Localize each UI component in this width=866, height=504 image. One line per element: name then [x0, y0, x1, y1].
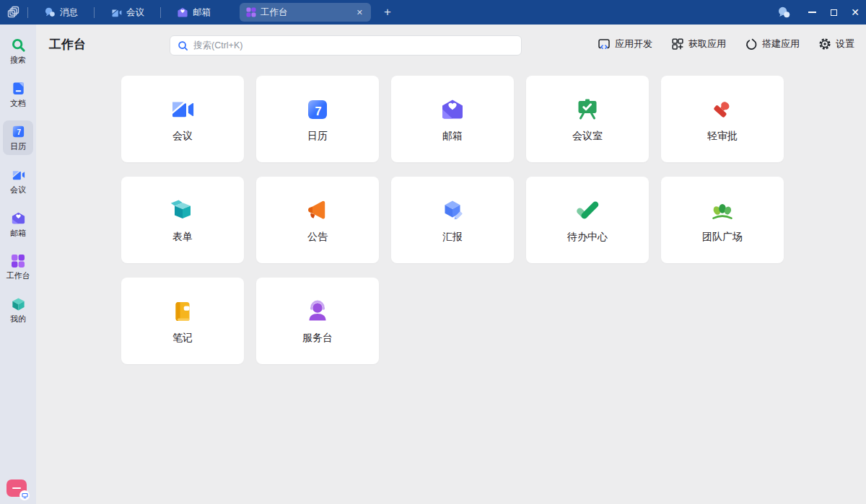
header-actions: 应用开发 获取应用 搭: [598, 37, 854, 50]
sidebar-item-label: 我的: [10, 314, 26, 324]
app-card-todo-center[interactable]: 待办中心: [526, 177, 649, 263]
search-input[interactable]: [193, 40, 514, 50]
settings-gear-icon: [818, 37, 831, 50]
notebook-icon: [168, 296, 197, 327]
sidebar-item-calendar[interactable]: 7 日历: [3, 120, 33, 155]
workbench-main: 工作台 应用开发: [36, 25, 866, 504]
sidebar: 搜索 文档 7 日历: [0, 25, 36, 504]
tab-label: 工作台: [261, 6, 288, 19]
app-card-label: 团队广场: [702, 231, 743, 244]
app-grid: 会议 7 日历: [121, 76, 784, 364]
app-card-label: 汇报: [442, 231, 463, 244]
minimize-icon: [808, 12, 816, 13]
get-apps-grid-plus-icon: [671, 37, 684, 50]
calendar-7-icon: 7: [303, 94, 332, 125]
sidebar-item-label: 日历: [10, 141, 26, 152]
settings-button[interactable]: 设置: [818, 37, 854, 50]
app-card-label: 会议: [172, 130, 193, 143]
cube-icon: [11, 296, 26, 311]
build-app-swirl-icon: [745, 37, 758, 50]
app-card-approval[interactable]: 轻审批: [661, 76, 784, 162]
workbench-grid-icon: [11, 254, 25, 268]
cube-pencil-icon: [438, 195, 467, 226]
calendar-icon: 7: [11, 124, 26, 139]
form-box-icon: [168, 195, 197, 226]
app-card-label: 公告: [307, 231, 328, 244]
app-card-team-square[interactable]: 团队广场: [661, 177, 784, 263]
tab-meetings[interactable]: 会议: [95, 0, 160, 25]
svg-text:7: 7: [17, 128, 21, 136]
titlebar: 消息 会议 邮箱: [0, 0, 866, 25]
megaphone-icon: [303, 195, 332, 226]
sidebar-item-label: 文档: [10, 98, 26, 109]
maximize-icon: [831, 9, 837, 16]
sidebar-item-workbench[interactable]: 工作台: [3, 250, 33, 284]
search-icon: [178, 40, 188, 51]
tab-label: 消息: [60, 6, 78, 19]
app-card-label: 日历: [307, 130, 328, 143]
screen-share-monitor-icon: [19, 490, 30, 500]
get-apps-button[interactable]: 获取应用: [671, 37, 726, 50]
action-label: 获取应用: [688, 37, 726, 50]
app-card-label: 会议室: [572, 130, 603, 143]
action-label: 设置: [836, 37, 854, 50]
app-card-notes[interactable]: 笔记: [121, 278, 244, 364]
app-card-calendar[interactable]: 7 日历: [256, 76, 379, 162]
new-tab-button[interactable]: +: [378, 5, 397, 19]
app-dev-button[interactable]: 应用开发: [598, 37, 652, 50]
video-camera-icon: [11, 167, 26, 182]
app-card-label: 邮箱: [442, 130, 463, 143]
tab-workbench-active[interactable]: 工作台 ✕: [240, 3, 371, 22]
chat-bubbles-icon: [44, 6, 56, 18]
sidebar-item-mine[interactable]: 我的: [3, 293, 33, 327]
tab-label: 会议: [126, 6, 144, 19]
mail-icon: [11, 211, 26, 226]
window-close-button[interactable]: ✕: [844, 0, 866, 25]
team-trees-icon: [708, 195, 737, 226]
tab-messages[interactable]: 消息: [28, 0, 94, 25]
tab-mail[interactable]: 邮箱: [161, 0, 227, 25]
app-card-label: 待办中心: [567, 231, 608, 244]
action-label: 应用开发: [615, 37, 652, 50]
app-card-forms[interactable]: 表单: [121, 177, 244, 263]
app-card-label: 服务台: [302, 332, 333, 345]
build-app-button[interactable]: 搭建应用: [745, 37, 800, 50]
window-maximize-button[interactable]: [823, 0, 844, 25]
double-checkmark-icon: [573, 195, 602, 226]
app-card-meeting-room[interactable]: 会议室: [526, 76, 649, 162]
mail-heart-icon: [438, 94, 467, 125]
stamp-icon: [708, 94, 737, 125]
action-label: 搭建应用: [762, 37, 800, 50]
sidebar-item-docs[interactable]: 文档: [3, 77, 33, 112]
app-card-meeting[interactable]: 会议: [121, 76, 244, 162]
dash-icon: [12, 487, 21, 490]
app-card-announcement[interactable]: 公告: [256, 177, 379, 263]
mail-envelope-icon: [177, 6, 188, 18]
workspace-layers-icon[interactable]: [0, 0, 27, 25]
presentation-board-check-icon: [573, 94, 602, 125]
close-icon: ✕: [851, 7, 860, 17]
search-icon: [11, 37, 26, 53]
sidebar-item-label: 会议: [10, 185, 26, 195]
sidebar-item-search[interactable]: 搜索: [3, 34, 33, 68]
sidebar-item-label: 工作台: [6, 270, 30, 281]
sidebar-item-mail[interactable]: 邮箱: [3, 207, 33, 242]
window-minimize-button[interactable]: [801, 0, 823, 25]
app-card-label: 表单: [172, 231, 193, 244]
close-tab-icon[interactable]: ✕: [355, 8, 364, 17]
sidebar-item-label: 搜索: [10, 55, 26, 66]
app-card-label: 笔记: [172, 332, 193, 345]
search-box[interactable]: [170, 35, 522, 56]
app-card-mail[interactable]: 邮箱: [391, 76, 514, 162]
sidebar-item-meetings[interactable]: 会议: [3, 164, 33, 198]
app-card-service-desk[interactable]: 服务台: [256, 278, 379, 364]
sidebar-item-label: 邮箱: [10, 228, 26, 239]
workbench-grid-icon: [246, 7, 256, 17]
video-camera-icon: [110, 6, 122, 18]
meeting-indicator[interactable]: [6, 479, 28, 498]
app-card-report[interactable]: 汇报: [391, 177, 514, 263]
app-bubbles-logo-icon: [777, 6, 791, 19]
document-icon: [11, 81, 26, 96]
video-camera-icon: [168, 94, 197, 125]
app-card-label: 轻审批: [707, 130, 738, 143]
